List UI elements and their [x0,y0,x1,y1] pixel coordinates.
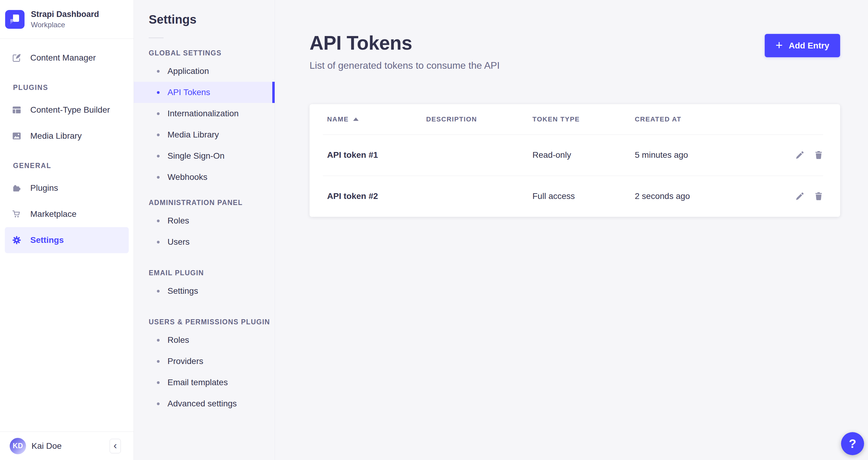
subnav-item-internationalization[interactable]: Internationalization [134,103,275,124]
subnav-section-label: ADMINISTRATION PANEL [134,199,275,206]
column-header-label: TOKEN TYPE [532,115,580,123]
subnav-section-users-permissions-plugin: USERS & PERMISSIONS PLUGIN Roles Provide… [134,318,275,414]
column-header-name[interactable]: NAME [327,115,426,123]
page-subtitle: List of generated tokens to consume the … [310,59,500,71]
bullet-icon [157,402,160,405]
subnav-item-webhooks[interactable]: Webhooks [134,166,275,188]
bullet-icon [157,133,160,136]
token-created-at: 5 minutes ago [635,150,767,160]
subnav-item-advanced-settings[interactable]: Advanced settings [134,393,275,414]
table-header-row: NAME DESCRIPTION TOKEN TYPE CREATED AT [310,104,840,134]
sidebar-section-label-plugins: PLUGINS [13,84,133,91]
sidebar-item-label: Settings [30,235,64,245]
sidebar-section-label-general: GENERAL [13,162,133,169]
column-header-description[interactable]: DESCRIPTION [426,115,532,123]
subnav-item-label: Media Library [167,130,219,140]
subnav-section-email-plugin: EMAIL PLUGIN Settings [134,270,275,302]
subnav-section-global-settings: GLOBAL SETTINGS Application API Tokens I… [134,50,275,188]
subnav-item-media-library[interactable]: Media Library [134,124,275,145]
subnav-item-label: Roles [167,216,189,225]
edit-token-button[interactable] [794,149,806,161]
bullet-icon [157,70,160,73]
puzzle-icon [12,184,21,193]
subnav-item-single-sign-on[interactable]: Single Sign-On [134,145,275,166]
bullet-icon [157,155,160,157]
token-name: API token #1 [327,150,426,160]
workspace-name: Workplace [31,20,99,29]
chevron-left-icon: ‹ [114,439,117,451]
token-name: API token #2 [327,191,426,201]
page-header: API Tokens List of generated tokens to c… [310,31,840,71]
subnav-item-label: API Tokens [167,88,210,97]
collapse-sidebar-button[interactable]: ‹ [110,439,121,453]
subnav-item-users[interactable]: Users [134,232,275,252]
subnav-item-email-templates[interactable]: Email templates [134,372,275,393]
subnav-item-label: Single Sign-On [167,151,224,161]
sidebar-item-content-manager[interactable]: Content Manager [5,45,129,71]
sort-ascending-icon [353,118,359,121]
sidebar-item-label: Content Manager [30,53,96,63]
subnav-item-label: Webhooks [167,172,208,182]
bullet-icon [157,241,160,243]
avatar[interactable]: KD [10,438,26,454]
add-entry-button[interactable]: + Add Entry [765,34,840,57]
subnav-item-api-tokens[interactable]: API Tokens [134,82,275,103]
subnav-item-up-roles[interactable]: Roles [134,330,275,351]
strapi-dashboard-app: Strapi Dashboard Workplace Content Manag… [0,0,868,460]
user-name: Kai Doe [31,441,62,451]
sidebar-item-label: Content-Type Builder [30,105,110,115]
trash-icon [814,150,824,160]
sidebar-item-label: Media Library [30,131,82,141]
sidebar-item-label: Marketplace [30,209,76,219]
edit-token-button[interactable] [794,190,806,202]
help-button[interactable]: ? [841,432,864,455]
subnav-item-label: Advanced settings [167,399,237,408]
table-row-api-token-1[interactable]: API token #1 Read-only 5 minutes ago [310,134,840,176]
subnav-item-label: Settings [167,286,198,296]
sidebar-item-settings[interactable]: Settings [5,227,129,253]
subnav-item-application[interactable]: Application [134,61,275,82]
question-mark-icon: ? [849,437,856,451]
page-header-titles: API Tokens List of generated tokens to c… [310,31,500,71]
sidebar-item-content-type-builder[interactable]: Content-Type Builder [5,97,129,123]
column-header-token-type[interactable]: TOKEN TYPE [532,115,635,123]
subnav-item-label: Users [167,237,190,247]
subnav-item-roles[interactable]: Roles [134,210,275,232]
row-actions [767,190,825,202]
subnav-item-label: Email templates [167,378,228,387]
workspace-brand[interactable]: Strapi Dashboard Workplace [0,0,133,39]
subnav-section-administration-panel: ADMINISTRATION PANEL Roles Users [134,199,275,252]
pencil-icon [795,191,805,201]
sidebar-user-footer: KD Kai Doe ‹ [0,432,133,460]
subnav-section-label: EMAIL PLUGIN [134,270,275,276]
column-header-created-at[interactable]: CREATED AT [635,115,767,123]
layout-grid-icon [12,105,21,115]
subnav-item-label: Providers [167,357,203,366]
column-header-label: NAME [327,115,349,123]
table-row-api-token-2[interactable]: API token #2 Full access 2 seconds ago [310,176,840,217]
bullet-icon [157,290,160,293]
image-icon [12,131,21,141]
sidebar-nav: Content Manager PLUGINS Content-Type Bui… [0,39,133,432]
bullet-icon [157,112,160,115]
column-header-label: DESCRIPTION [426,115,477,123]
pencil-icon [795,150,805,160]
sidebar-item-marketplace[interactable]: Marketplace [5,201,129,227]
delete-token-button[interactable] [813,190,825,202]
subnav-item-label: Roles [167,335,189,345]
settings-subnav: Settings GLOBAL SETTINGS Application API… [134,0,275,460]
plus-icon: + [776,39,783,51]
strapi-logo-icon [5,10,25,29]
feather-icon [12,53,21,62]
subnav-item-providers[interactable]: Providers [134,351,275,372]
delete-token-button[interactable] [813,149,825,161]
sidebar-item-plugins[interactable]: Plugins [5,175,129,201]
subnav-title: Settings [134,12,275,27]
subnav-item-email-settings[interactable]: Settings [134,280,275,302]
subnav-section-label: GLOBAL SETTINGS [134,50,275,56]
sidebar-item-media-library[interactable]: Media Library [5,123,129,149]
page-title: API Tokens [310,31,500,55]
gear-icon [12,236,21,245]
subnav-item-label: Internationalization [167,109,239,118]
bullet-icon [157,381,160,384]
